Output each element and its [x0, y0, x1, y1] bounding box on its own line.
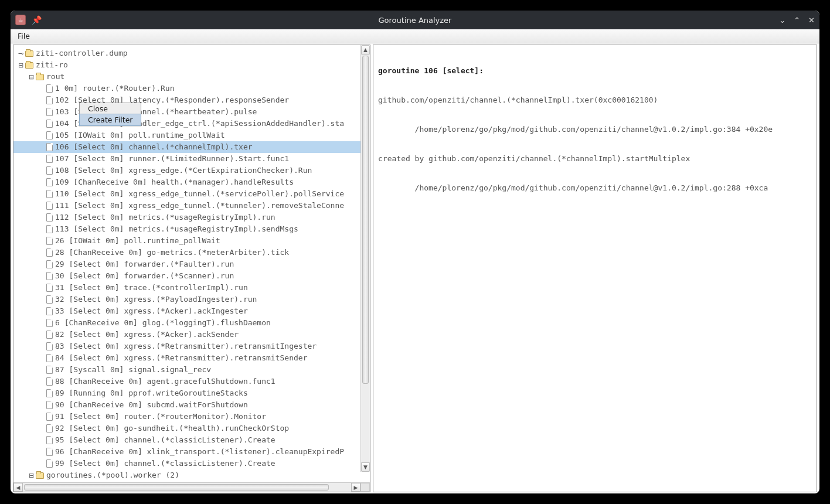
detail-line: /home/plorenz/go/pkg/mod/github.com/open…	[378, 124, 812, 135]
file-icon	[46, 295, 53, 304]
tree-label: 84 [Select 0m] xgress.(*Retransmitter).r…	[55, 352, 307, 364]
scroll-right-icon[interactable]: ▶	[351, 483, 360, 492]
window-controls: ⌄ ⌃ ✕	[779, 16, 815, 25]
menu-bar: File	[11, 29, 819, 43]
tree-label: 111 [Select 0m] xgress_edge_tunnel.(*tun…	[55, 200, 344, 212]
scroll-up-icon[interactable]: ▲	[361, 45, 370, 55]
pin-icon[interactable]: 📌	[32, 15, 42, 25]
tree-leaf-goroutine[interactable]: 109 [ChanReceive 0m] health.(*manager).h…	[13, 176, 370, 188]
tree-branch-pool[interactable]: ⊟goroutines.(*pool).worker (2)	[13, 469, 370, 481]
tree-leaf-goroutine[interactable]: 6 [ChanReceive 0m] glog.(*loggingT).flus…	[13, 317, 370, 329]
tree-leaf-goroutine[interactable]: 89 [Running 0m] pprof.writeGoroutineStac…	[13, 387, 370, 399]
file-icon	[46, 143, 53, 151]
tree-leaf-goroutine[interactable]: 90 [ChanReceive 0m] subcmd.waitForShutdo…	[13, 399, 370, 411]
expand-handle-icon[interactable]: ⊟	[17, 59, 24, 71]
tree-leaf-goroutine[interactable]: 112 [Select 0m] metrics.(*usageRegistryI…	[13, 212, 370, 223]
minimize-icon[interactable]: ⌄	[779, 16, 785, 25]
tree-leaf-goroutine[interactable]: 26 [IOWait 0m] poll.runtime_pollWait	[13, 235, 370, 247]
tree-label: 82 [Select 0m] xgress.(*Acker).ackSender	[55, 329, 239, 340]
tree-leaf-goroutine[interactable]: 104 [Select 0m] handler_edge_ctrl.(*apiS…	[13, 118, 370, 130]
tree-leaf-goroutine[interactable]: 107 [Select 0m] runner.(*LimitedRunner).…	[13, 153, 370, 165]
horizontal-scroll-thumb[interactable]	[24, 484, 329, 491]
tree-leaf-goroutine[interactable]: 88 [ChanReceive 0m] agent.gracefulShutdo…	[13, 376, 370, 387]
tree-leaf-goroutine[interactable]: 29 [Select 0m] forwarder.(*Faulter).run	[13, 258, 370, 270]
file-icon	[46, 284, 53, 292]
file-icon	[46, 401, 53, 409]
tree-leaf-goroutine[interactable]: 110 [Select 0m] xgress_edge_tunnel.(*ser…	[13, 188, 370, 200]
tree-leaf-goroutine[interactable]: 30 [Select 0m] forwarder.(*Scanner).run	[13, 270, 370, 282]
tree-leaf-goroutine[interactable]: 113 [Select 0m] metrics.(*usageRegistryI…	[13, 223, 370, 235]
file-icon	[46, 202, 53, 210]
tree-leaf-goroutine[interactable]: 99 [Select 0m] channel.(*classicListener…	[13, 458, 370, 469]
tree-leaf-goroutine[interactable]: 102 [Select 0m] latency.(*Responder).res…	[13, 94, 370, 106]
maximize-icon[interactable]: ⌃	[794, 16, 800, 25]
tree-leaf-goroutine[interactable]: 111 [Select 0m] xgress_edge_tunnel.(*tun…	[13, 200, 370, 212]
context-menu-close[interactable]: Close	[80, 103, 141, 114]
tree-label: 113 [Select 0m] metrics.(*usageRegistryI…	[55, 223, 298, 235]
folder-icon	[36, 74, 44, 80]
tree-leaf-goroutine[interactable]: 105 [IOWait 0m] poll.runtime_pollWait	[13, 130, 370, 141]
file-icon	[46, 366, 53, 374]
scroll-left-icon[interactable]: ◀	[13, 483, 23, 492]
tree-leaf-goroutine[interactable]: 87 [Syscall 0m] signal.signal_recv	[13, 364, 370, 376]
tree-label: 83 [Select 0m] xgress.(*Retransmitter).r…	[55, 340, 317, 352]
tree-leaf-goroutine[interactable]: 108 [Select 0m] xgress_edge.(*CertExpira…	[13, 165, 370, 176]
file-icon	[46, 131, 53, 139]
tree-scroll-area: ⊸ziti-controller.dump⊟ziti-ro⊟rout1 0m] …	[13, 45, 370, 482]
file-icon	[46, 413, 53, 421]
goroutine-tree[interactable]: ⊸ziti-controller.dump⊟ziti-ro⊟rout1 0m] …	[13, 45, 370, 482]
expand-handle-icon[interactable]: ⊟	[28, 469, 35, 481]
window-title: Goroutine Analyzer	[11, 16, 819, 25]
file-icon	[46, 272, 53, 280]
horizontal-scrollbar[interactable]: ◀ ▶	[13, 482, 370, 492]
tree-leaf-goroutine[interactable]: 83 [Select 0m] xgress.(*Retransmitter).r…	[13, 340, 370, 352]
tree-root-controller[interactable]: ⊸ziti-controller.dump	[13, 47, 370, 59]
tree-branch-routines[interactable]: ⊟rout	[13, 71, 370, 83]
app-window: ☕ 📌 Goroutine Analyzer ⌄ ⌃ ✕ File ⊸ziti-…	[11, 11, 819, 493]
tree-leaf-goroutine[interactable]: 32 [Select 0m] xgress.(*PayloadIngester)…	[13, 294, 370, 305]
menu-file[interactable]: File	[14, 30, 33, 42]
tree-label: goroutines.(*pool).worker (2)	[46, 469, 179, 481]
title-bar[interactable]: ☕ 📌 Goroutine Analyzer ⌄ ⌃ ✕	[11, 11, 819, 29]
tree-root-router[interactable]: ⊟ziti-ro	[13, 59, 370, 71]
file-icon	[46, 448, 53, 456]
expand-handle-icon[interactable]: ⊟	[28, 71, 35, 83]
detail-line: /home/plorenz/go/pkg/mod/github.com/open…	[378, 182, 812, 194]
tree-leaf[interactable]: 1 0m] router.(*Router).Run	[13, 83, 370, 94]
detail-line: github.com/openziti/channel.(*channelImp…	[378, 94, 812, 106]
tree-label: 96 [ChanReceive 0m] xlink_transport.(*li…	[55, 446, 344, 458]
tree-label: 1 0m] router.(*Router).Run	[55, 83, 175, 94]
file-icon	[46, 155, 53, 163]
tree-label: 91 [Select 0m] router.(*routerMonitor).M…	[55, 411, 266, 423]
tree-leaf-goroutine[interactable]: 82 [Select 0m] xgress.(*Acker).ackSender	[13, 329, 370, 340]
file-icon	[46, 307, 53, 315]
tree-leaf-goroutine[interactable]: 106 [Select 0m] channel.(*channelImpl).t…	[13, 141, 370, 153]
tree-leaf-goroutine[interactable]: 92 [Select 0m] go-sundheit.(*health).run…	[13, 423, 370, 434]
context-menu-create-filter[interactable]: Create Filter	[79, 114, 141, 126]
tree-label: 32 [Select 0m] xgress.(*PayloadIngester)…	[55, 294, 257, 305]
tree-leaf-goroutine[interactable]: 33 [Select 0m] xgress.(*Acker).ackIngest…	[13, 305, 370, 317]
file-icon	[46, 377, 53, 386]
tree-leaf-goroutine[interactable]: 31 [Select 0m] trace.(*controllerImpl).r…	[13, 282, 370, 294]
tree-label: 99 [Select 0m] channel.(*classicListener…	[55, 458, 275, 469]
folder-icon	[25, 62, 33, 69]
tree-leaf-goroutine[interactable]: 84 [Select 0m] xgress.(*Retransmitter).r…	[13, 352, 370, 364]
file-icon	[46, 248, 53, 257]
tree-label: 109 [ChanReceive 0m] health.(*manager).h…	[55, 176, 294, 188]
expand-handle-icon[interactable]: ⊸	[17, 47, 24, 59]
tree-label: 95 [Select 0m] channel.(*classicListener…	[55, 434, 275, 446]
tree-leaf-goroutine[interactable]: 103 [Select 0m] channel.(*heartbeater).p…	[13, 106, 370, 118]
tree-leaf-goroutine[interactable]: 28 [ChanReceive 0m] go-metrics.(*meterAr…	[13, 247, 370, 258]
file-icon	[46, 84, 53, 93]
tree-label: 30 [Select 0m] forwarder.(*Scanner).run	[55, 270, 234, 282]
app-icon: ☕	[15, 15, 26, 25]
vertical-scrollbar[interactable]: ▲ ▼	[360, 45, 370, 472]
scroll-down-icon[interactable]: ▼	[361, 462, 370, 472]
vertical-scroll-thumb[interactable]	[362, 56, 369, 384]
file-icon	[46, 436, 53, 444]
close-icon[interactable]: ✕	[808, 16, 815, 25]
file-icon	[46, 108, 53, 116]
tree-leaf-goroutine[interactable]: 91 [Select 0m] router.(*routerMonitor).M…	[13, 411, 370, 423]
tree-leaf-goroutine[interactable]: 96 [ChanReceive 0m] xlink_transport.(*li…	[13, 446, 370, 458]
tree-leaf-goroutine[interactable]: 95 [Select 0m] channel.(*classicListener…	[13, 434, 370, 446]
